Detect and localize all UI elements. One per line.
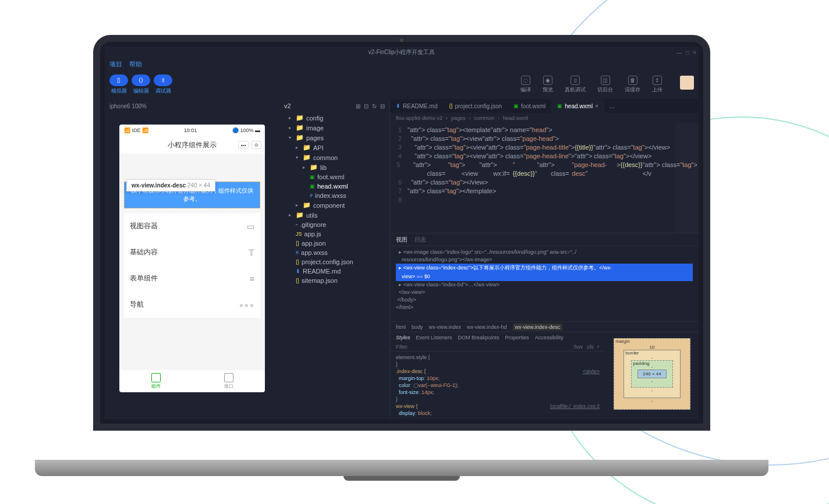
elements-breadcrumb: htmlbodywx-view.indexwx-view.index-hdwx-…: [390, 321, 699, 332]
element-crumb[interactable]: body: [412, 324, 423, 330]
css-icon: #: [310, 193, 313, 198]
clear-cache-button[interactable]: 🗑清缓存: [625, 76, 640, 94]
file-item[interactable]: #app.wxss: [282, 248, 387, 257]
more-icon[interactable]: •••: [238, 141, 249, 149]
battery-icon: 🔵 100% ▬: [232, 127, 260, 133]
remote-debug-button[interactable]: ▯真机调试: [565, 76, 586, 94]
more-tabs-icon[interactable]: …: [604, 103, 619, 109]
minimap[interactable]: [675, 123, 699, 233]
debugger-toggle[interactable]: ⫴: [154, 74, 172, 86]
styles-tab[interactable]: Event Listeners: [416, 335, 452, 340]
breadcrumb-segment[interactable]: pages: [451, 115, 466, 121]
code-line[interactable]: 1"attr"> class="tag"><template"attr"> na…: [390, 126, 699, 134]
file-item[interactable]: {}sitemap.json: [282, 276, 387, 285]
file-item[interactable]: {}app.json: [282, 239, 387, 248]
user-avatar[interactable]: [680, 76, 694, 90]
editor-toggle[interactable]: ⟨⟩: [132, 74, 150, 86]
folder-item[interactable]: ▾📁common: [282, 152, 387, 162]
code-line[interactable]: 5 "attr"> class="tag"><view"attr"> wx:if…: [390, 161, 699, 178]
md-icon: ⬇: [296, 268, 300, 274]
editor-tab[interactable]: ⬇README.md: [390, 99, 443, 113]
editor-tab[interactable]: ▣head.wxml×: [551, 99, 604, 113]
folder-item[interactable]: ▸📁lib: [282, 162, 387, 172]
file-item[interactable]: ⬇README.md: [282, 267, 387, 276]
editor-tab[interactable]: ▣foot.wxml: [508, 99, 551, 113]
new-folder-icon[interactable]: ⊡: [364, 103, 369, 109]
list-item-icon: ≡: [250, 274, 254, 283]
upload-button[interactable]: ↥上传: [652, 76, 663, 94]
json-icon: {}: [296, 240, 299, 246]
folder-item[interactable]: ▸📁component: [282, 200, 387, 210]
close-icon[interactable]: ×: [693, 49, 696, 56]
code-line[interactable]: 6 "attr"> class="tag"></view>: [390, 178, 699, 187]
devtools-tab-log[interactable]: 日志: [414, 236, 426, 244]
code-line[interactable]: 4 "attr"> class="tag"><view"attr"> class…: [390, 152, 699, 161]
styles-tab[interactable]: Accessibility: [535, 335, 564, 340]
close-icon[interactable]: ×: [595, 103, 598, 109]
styles-tab[interactable]: DOM Breakpoints: [458, 335, 499, 340]
tab-api[interactable]: 接口: [192, 370, 265, 392]
folder-item[interactable]: ▸📁config: [282, 113, 387, 123]
preview-button[interactable]: ◉预览: [543, 76, 553, 94]
styles-tabs: StylesEvent ListenersDOM BreakpointsProp…: [390, 332, 605, 342]
device-info[interactable]: iphone6 100%: [109, 103, 147, 109]
background-button[interactable]: ◫切后台: [597, 76, 613, 94]
folder-item[interactable]: ▾📁pages: [282, 133, 387, 143]
code-editor[interactable]: 1"attr"> class="tag"><template"attr"> na…: [390, 123, 699, 233]
breadcrumb-segment[interactable]: common: [474, 115, 495, 121]
menu-project[interactable]: 项目: [109, 60, 122, 69]
list-item-icon: ∘∘∘: [239, 300, 254, 310]
minimize-icon[interactable]: —: [676, 49, 682, 56]
file-item[interactable]: ▣foot.wxml: [282, 172, 387, 182]
cls-toggle[interactable]: .cls: [586, 344, 594, 350]
menu-help[interactable]: 帮助: [129, 60, 142, 69]
element-crumb[interactable]: wx-view.index: [429, 324, 462, 330]
code-line[interactable]: 3 "attr"> class="tag"><view"attr"> class…: [390, 143, 699, 152]
caret-icon: ▸: [289, 115, 293, 120]
hov-toggle[interactable]: :hov: [573, 344, 583, 350]
folder-icon: 📁: [296, 124, 304, 132]
breadcrumb-segment[interactable]: fino-applet-demo-v2: [396, 115, 442, 121]
element-crumb[interactable]: html: [396, 324, 406, 330]
styles-rules[interactable]: element.style { } .index-desc {<style> m…: [390, 352, 605, 419]
file-item[interactable]: JSapp.js: [282, 229, 387, 239]
close-circle-icon[interactable]: ⊙: [251, 141, 261, 149]
file-item[interactable]: ▫.gitignore: [282, 220, 387, 229]
styles-tab[interactable]: Styles: [396, 335, 410, 340]
refresh-icon[interactable]: ↻: [372, 103, 377, 109]
maximize-icon[interactable]: □: [686, 49, 689, 56]
editor-tab[interactable]: {}project.config.json: [443, 99, 508, 113]
collapse-icon[interactable]: ⊟: [380, 103, 385, 109]
elements-panel[interactable]: ▸ <wx-image class="index-logo" src="../r…: [390, 246, 699, 321]
caret-icon: ▸: [303, 165, 307, 170]
element-crumb[interactable]: wx-view.index-hd: [467, 324, 507, 330]
code-line[interactable]: 2 "attr"> class="tag"><view"attr"> class…: [390, 134, 699, 143]
element-crumb[interactable]: wx-view.index-desc: [513, 324, 563, 331]
list-item[interactable]: 基础内容𝕋: [124, 239, 260, 265]
css-icon: #: [296, 250, 299, 255]
folder-item[interactable]: ▸📁image: [282, 123, 387, 133]
compile-button[interactable]: ◌编译: [520, 76, 531, 94]
list-item[interactable]: 导航∘∘∘: [124, 292, 260, 318]
simulator-toggle[interactable]: ▯: [109, 74, 128, 86]
file-item[interactable]: ▣head.wxml: [282, 182, 387, 191]
file-item[interactable]: {}project.config.json: [282, 257, 387, 267]
folder-item[interactable]: ▸📁utils: [282, 210, 387, 220]
folder-item[interactable]: ▸📁API: [282, 143, 387, 152]
filter-input[interactable]: Filter: [396, 344, 408, 350]
code-line[interactable]: 7"attr"> class="tag"></template>: [390, 187, 699, 196]
code-line[interactable]: 8: [390, 196, 699, 204]
caret-icon: ▸: [289, 212, 293, 218]
breadcrumb-segment[interactable]: head.wxml: [503, 115, 528, 121]
add-rule-icon[interactable]: +: [597, 344, 600, 350]
list-item[interactable]: 表单组件≡: [124, 265, 260, 292]
window-controls[interactable]: — □ ×: [676, 49, 696, 56]
styles-tab[interactable]: Properties: [505, 335, 529, 340]
list-item[interactable]: 视图容器▭: [124, 213, 260, 239]
file-item[interactable]: #index.wxss: [282, 191, 387, 200]
new-file-icon[interactable]: ⊞: [356, 103, 360, 109]
tab-components[interactable]: 组件: [119, 370, 192, 392]
devtools-tab-view[interactable]: 视图: [396, 236, 408, 244]
project-name[interactable]: v2: [284, 102, 291, 109]
editor-tabs: ⬇README.md{}project.config.json▣foot.wxm…: [390, 99, 699, 113]
